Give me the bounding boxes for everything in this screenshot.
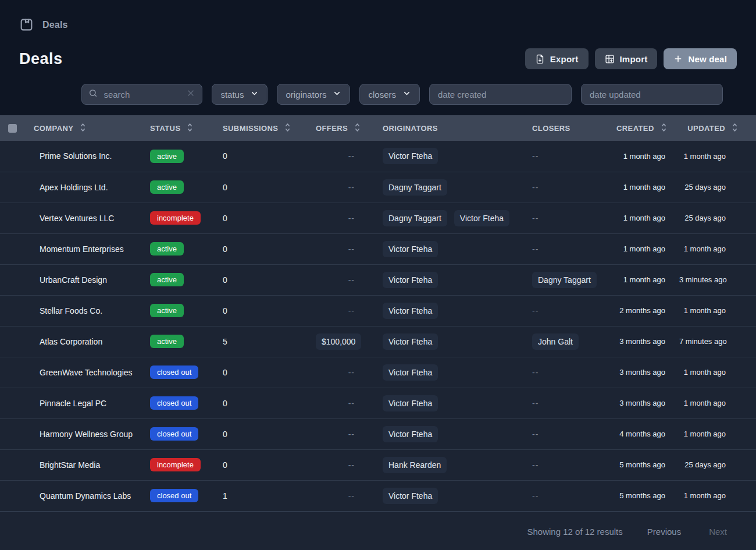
sort-chevrons-icon[interactable] (731, 123, 739, 134)
table-import-icon (605, 54, 615, 64)
select-all-checkbox[interactable] (8, 124, 17, 133)
table-row[interactable]: Stellar Foods Co. active 0 -- Victor Fte… (0, 295, 756, 326)
search-input[interactable] (102, 89, 181, 100)
row-checkbox-cell (0, 295, 29, 326)
chevron-down-icon (333, 89, 341, 100)
status-cell: closed out (145, 388, 218, 418)
deals-box-icon (19, 17, 34, 32)
sort-chevrons-icon[interactable] (284, 123, 291, 134)
table-row[interactable]: Pinnacle Legal PC closed out 0 -- Victor… (0, 388, 756, 418)
person-chip: Victor Fteha (383, 333, 438, 350)
row-checkbox-cell (0, 449, 29, 480)
person-chip: Victor Fteha (383, 395, 438, 411)
created-cell: 1 month ago (612, 264, 675, 295)
search-box (81, 84, 202, 105)
deals-table: COMPANY STATUS SUBMISSIONS (0, 115, 756, 512)
status-cell: incomplete (145, 203, 218, 233)
updated-cell: 25 days ago (675, 449, 756, 480)
person-chip: Victor Fteha (383, 364, 438, 381)
status-badge: active (150, 242, 184, 256)
closers-filter[interactable]: closers (359, 84, 420, 105)
status-cell: active (145, 295, 218, 326)
originators-cell: Victor Fteha (378, 418, 527, 449)
sort-chevrons-icon[interactable] (186, 123, 194, 134)
offers-cell: $100,000 (311, 326, 378, 357)
next-page-button[interactable]: Next (705, 526, 730, 537)
import-button[interactable]: Import (595, 48, 658, 69)
offers-cell: -- (311, 172, 378, 203)
table-row[interactable]: Harmony Wellness Group closed out 0 -- V… (0, 418, 756, 449)
created-cell: 1 month ago (612, 233, 675, 264)
table-row[interactable]: Momentum Enterprises active 0 -- Victor … (0, 233, 756, 264)
status-cell: closed out (145, 418, 218, 449)
breadcrumb: Deals (19, 17, 737, 32)
submissions-cell: 0 (218, 172, 311, 203)
sort-chevrons-icon[interactable] (354, 123, 361, 134)
sort-chevrons-icon[interactable] (660, 123, 668, 134)
row-checkbox-cell (0, 357, 29, 388)
company-cell: Momentum Enterprises (29, 233, 145, 264)
status-badge: closed out (150, 366, 198, 379)
created-cell: 2 months ago (612, 295, 675, 326)
status-cell: active (145, 326, 218, 357)
table-row[interactable]: UrbanCraft Design active 0 -- Victor Fte… (0, 264, 756, 295)
person-chip: Victor Fteha (383, 148, 438, 164)
closers-cell: John Galt (527, 326, 612, 357)
submissions-cell: 0 (218, 203, 311, 233)
closers-cell: -- (527, 388, 612, 418)
status-badge: closed out (150, 427, 198, 441)
offers-cell: -- (311, 388, 378, 418)
chevron-down-icon (402, 89, 411, 100)
closers-cell: -- (527, 295, 612, 326)
column-header-updated[interactable]: UPDATED (675, 115, 756, 141)
originators-cell: Victor Fteha (378, 388, 527, 418)
table-row[interactable]: Prime Solutions Inc. active 0 -- Victor … (0, 141, 756, 172)
sort-chevrons-icon[interactable] (79, 123, 87, 134)
row-checkbox-cell (0, 388, 29, 418)
table-row[interactable]: GreenWave Technologies closed out 0 -- V… (0, 357, 756, 388)
table-row[interactable]: BrightStar Media incomplete 0 -- Hank Re… (0, 449, 756, 480)
column-header-offers[interactable]: OFFERS (311, 115, 378, 141)
table-row[interactable]: Apex Holdings Ltd. active 0 -- Dagny Tag… (0, 172, 756, 203)
status-filter[interactable]: status (212, 84, 268, 105)
status-badge: closed out (150, 489, 198, 502)
column-header-status[interactable]: STATUS (145, 115, 218, 141)
originators-filter[interactable]: originators (277, 84, 350, 105)
table-row[interactable]: Vertex Ventures LLC incomplete 0 -- Dagn… (0, 203, 756, 233)
company-cell: BrightStar Media (29, 449, 145, 480)
originators-cell: Victor Fteha (378, 295, 527, 326)
export-button[interactable]: Export (525, 48, 589, 69)
table-row[interactable]: Atlas Corporation active 5 $100,000 Vict… (0, 326, 756, 357)
company-cell: Stellar Foods Co. (29, 295, 145, 326)
created-cell: 3 months ago (612, 326, 675, 357)
column-header-submissions[interactable]: SUBMISSIONS (218, 115, 311, 141)
created-cell: 4 months ago (612, 418, 675, 449)
column-header-company[interactable]: COMPANY (29, 115, 145, 141)
offers-cell: -- (311, 418, 378, 449)
column-header-created[interactable]: CREATED (612, 115, 675, 141)
company-cell: Prime Solutions Inc. (29, 141, 145, 172)
status-badge: active (150, 180, 184, 194)
clear-search-icon[interactable] (186, 88, 195, 100)
updated-cell: 1 month ago (675, 233, 756, 264)
status-badge: active (150, 304, 184, 317)
status-badge: active (150, 273, 184, 286)
table-footer: Showing 12 of 12 results Previous Next (0, 512, 756, 550)
offers-cell: -- (311, 141, 378, 172)
date-created-filter[interactable] (429, 84, 572, 105)
date-updated-filter[interactable] (581, 84, 723, 105)
company-cell: Pinnacle Legal PC (29, 388, 145, 418)
table-row[interactable]: Quantum Dynamics Labs closed out 1 -- Vi… (0, 480, 756, 511)
previous-page-button[interactable]: Previous (644, 526, 684, 537)
originators-cell: Victor Fteha (378, 357, 527, 388)
offers-cell: -- (311, 203, 378, 233)
updated-cell: 25 days ago (675, 203, 756, 233)
new-deal-label: New deal (688, 54, 727, 64)
row-checkbox-cell (0, 480, 29, 511)
new-deal-button[interactable]: New deal (664, 48, 737, 69)
updated-cell: 1 month ago (675, 357, 756, 388)
submissions-cell: 0 (218, 418, 311, 449)
submissions-cell: 1 (218, 480, 311, 511)
updated-cell: 7 minutes ago (675, 326, 756, 357)
updated-cell: 3 minutes ago (675, 264, 756, 295)
